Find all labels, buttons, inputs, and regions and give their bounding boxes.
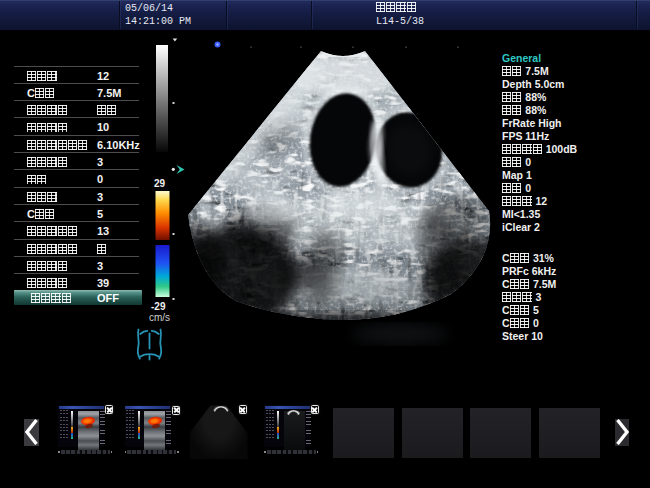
svg-text:29: 29 xyxy=(154,178,166,189)
svg-text:cm/s: cm/s xyxy=(149,312,170,323)
svg-text:-29: -29 xyxy=(151,301,166,312)
